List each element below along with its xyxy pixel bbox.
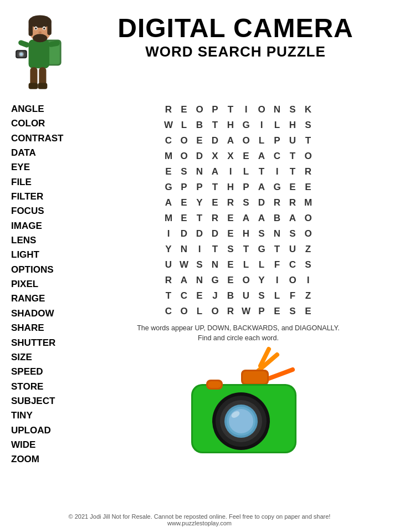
grid-cell: A [223, 133, 238, 149]
grid-cell: N [192, 273, 207, 288]
word-list-item: LIGHT [11, 248, 83, 262]
grid-cell: A [254, 180, 269, 195]
grid-cell: S [223, 242, 238, 257]
grid-cell: L [254, 257, 269, 273]
grid-cell: T [238, 242, 254, 257]
word-list-item: UPLOAD [11, 423, 83, 438]
grid-cell: P [207, 102, 223, 117]
word-list-item: FILTER [11, 190, 83, 204]
grid-cell: A [254, 211, 269, 226]
grid-cell: X [207, 149, 223, 164]
grid-cell: L [269, 288, 285, 304]
grid-cell: S [285, 304, 300, 319]
word-list-item: SHUTTER [11, 336, 83, 350]
grid-cell: R [300, 164, 316, 180]
grid-cell: I [192, 242, 207, 257]
grid-cell: C [161, 304, 176, 319]
grid-cell: Z [300, 288, 316, 304]
word-list-item: ANGLE [11, 102, 83, 116]
grid-cell: R [223, 304, 238, 319]
word-list-item: ZOOM [11, 452, 83, 467]
grid-cell: L [192, 304, 207, 319]
grid-cell: H [223, 180, 238, 195]
svg-point-10 [35, 28, 37, 30]
svg-rect-19 [30, 67, 37, 85]
grid-cell: O [176, 304, 192, 319]
sub-title: WORD SEARCH PUZZLE [83, 43, 388, 60]
grid-cell: O [176, 133, 192, 149]
grid-cell: N [269, 226, 285, 242]
grid-cell: I [269, 164, 285, 180]
grid-cell: D [192, 226, 207, 242]
grid-cell: I [223, 164, 238, 180]
grid-cell: T [269, 242, 285, 257]
grid-cell: E [176, 102, 192, 117]
grid-cell: E [300, 180, 316, 195]
main-title: DIGITAL CAMERA [83, 14, 388, 43]
grid-cell: U [161, 257, 176, 273]
grid-cell: O [300, 211, 316, 226]
grid-cell: W [161, 117, 176, 133]
grid-cell: T [207, 117, 223, 133]
svg-rect-2 [29, 40, 50, 69]
grid-cell: A [161, 195, 176, 211]
grid-cell: O [285, 273, 300, 288]
grid-cell: A [238, 211, 254, 226]
grid-cell: E [238, 149, 254, 164]
grid-cell: I [254, 117, 269, 133]
word-list-item: SIZE [11, 350, 83, 365]
grid-cell: R [161, 102, 176, 117]
grid-cell: G [161, 180, 176, 195]
grid-cell: W [238, 304, 254, 319]
grid-cell: B [223, 288, 238, 304]
title-area: DIGITAL CAMERA WORD SEARCH PUZZLE [83, 11, 388, 60]
grid-cell: R [161, 273, 176, 288]
grid-cell: W [176, 257, 192, 273]
grid-cell: E [285, 180, 300, 195]
footer-line1: © 2021 Jodi Jill Not for Resale. Cannot … [0, 513, 399, 520]
grid-cell: O [300, 226, 316, 242]
grid-cell: S [300, 117, 316, 133]
grid-cell: L [254, 133, 269, 149]
grid-cell: T [161, 288, 176, 304]
grid-cell: N [207, 257, 223, 273]
word-list-item: TINY [11, 408, 83, 423]
grid-cell: J [207, 288, 223, 304]
grid-cell: M [300, 195, 316, 211]
word-list-item: PIXEL [11, 277, 83, 291]
word-list-item: RANGE [11, 291, 83, 306]
grid-cell: C [161, 133, 176, 149]
grid-cell: E [192, 288, 207, 304]
grid-cell: C [269, 149, 285, 164]
grid-cell: A [176, 273, 192, 288]
grid-cell: E [223, 226, 238, 242]
grid-cell: P [176, 180, 192, 195]
grid-cell: N [192, 164, 207, 180]
grid-cell: O [254, 102, 269, 117]
grid-cell: S [300, 257, 316, 273]
svg-rect-38 [208, 381, 221, 388]
grid-cell: U [238, 288, 254, 304]
grid-cell: B [192, 117, 207, 133]
grid-cell: Y [161, 242, 176, 257]
grid-cell: T [207, 180, 223, 195]
grid-cell: L [238, 257, 254, 273]
grid-cell: U [285, 133, 300, 149]
grid-cell: S [176, 164, 192, 180]
grid-cell: C [285, 257, 300, 273]
word-list-item: SPEED [11, 365, 83, 379]
grid-cell: Y [192, 195, 207, 211]
word-list-item: EYE [11, 160, 83, 175]
svg-rect-20 [39, 67, 46, 85]
grid-cell: E [207, 195, 223, 211]
svg-rect-22 [38, 83, 47, 89]
grid-cell: E [176, 195, 192, 211]
grid-cell: F [285, 288, 300, 304]
word-list-item: DATA [11, 146, 83, 160]
grid-cell: D [192, 149, 207, 164]
grid-cell: L [269, 117, 285, 133]
instructions-line1: The words appear UP, DOWN, BACKWARDS, an… [137, 324, 340, 332]
grid-cell: F [269, 257, 285, 273]
grid-cell: P [269, 133, 285, 149]
grid-cell: E [223, 257, 238, 273]
